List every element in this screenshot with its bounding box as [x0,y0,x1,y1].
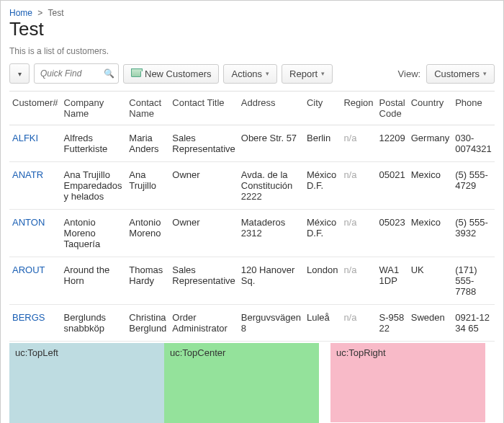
cell-region: n/a [341,162,376,210]
breadcrumb-current: Test [48,8,64,18]
cell-phone: (171) 555-7788 [452,257,495,305]
actions-label: Actions [231,68,262,79]
col-city[interactable]: City [304,92,341,125]
cell-postal: S-958 22 [377,305,408,342]
cell-contact: Ana Trujillo [126,162,169,210]
cell-phone: (5) 555-4729 [452,162,495,210]
cell-city: Berlin [304,125,341,162]
cell-company: Alfreds Futterkiste [61,125,127,162]
col-country[interactable]: Country [408,92,452,125]
cell-country: UK [408,257,452,305]
caret-down-icon: ▾ [18,70,22,78]
cell-address: Berguvsvägen 8 [238,305,304,342]
cell-postal: 12209 [377,125,408,162]
customer-id-link[interactable]: BERGS [12,312,45,323]
view-selector-button[interactable]: Customers ▾ [426,64,495,84]
user-control-panels: uc:TopLeft uc:TopCenter uc:TopRight [9,343,495,423]
cell-contact: Thomas Hardy [126,257,169,305]
cell-phone: 030-0074321 [452,125,495,162]
cell-address: 120 Hanover Sq. [238,257,304,305]
cell-company: Around the Horn [61,257,127,305]
page-title: Test [9,18,495,40]
breadcrumb: Home > Test [9,6,495,18]
cell-title: Sales Representative [169,257,238,305]
cell-city: Luleå [304,305,341,342]
cell-country: Mexico [408,210,452,257]
col-customer-id[interactable]: Customer# [9,92,61,125]
cell-contact: Maria Anders [126,125,169,162]
col-company-name[interactable]: Company Name [61,92,127,125]
cell-company: Berglunds snabbköp [61,305,127,342]
cell-city: London [304,257,341,305]
col-contact-name[interactable]: Contact Name [126,92,169,125]
col-contact-title[interactable]: Contact Title [169,92,238,125]
cell-region: n/a [341,305,376,342]
col-region[interactable]: Region [341,92,376,125]
cell-region: n/a [341,210,376,257]
toolbar: ▾ 🔍 New Customers Actions ▾ Report ▾ Vie… [9,63,495,84]
cell-postal: 05021 [377,162,408,210]
breadcrumb-separator: > [37,8,42,18]
customer-id-link[interactable]: AROUT [12,264,45,275]
cell-customer-id: ANTON [9,210,61,257]
panel-top-right: uc:TopRight [330,343,485,422]
customer-id-link[interactable]: ALFKI [12,133,38,143]
view-selector-value: Customers [434,68,480,79]
filter-dropdown-button[interactable]: ▾ [9,63,30,84]
col-address[interactable]: Address [238,92,304,125]
caret-down-icon: ▾ [266,70,269,77]
cell-postal: WA1 1DP [377,257,408,305]
col-phone[interactable]: Phone [452,92,495,125]
cell-city: México D.F. [304,210,341,257]
cell-title: Sales Representative [169,125,238,162]
cell-title: Owner [169,210,238,257]
panel-top-left: uc:TopLeft [9,343,164,423]
quick-find-wrapper: 🔍 [34,63,119,84]
table-header-row: Customer# Company Name Contact Name Cont… [9,92,495,125]
table-row[interactable]: BERGSBerglunds snabbköpChristina Berglun… [9,305,495,342]
caret-down-icon: ▾ [483,70,487,77]
actions-button[interactable]: Actions ▾ [223,64,277,84]
customers-table: Customer# Company Name Contact Name Cont… [9,91,495,342]
page-description: This is a list of customers. [9,46,495,56]
cell-contact: Christina Berglund [126,305,169,342]
cell-customer-id: AROUT [9,257,61,305]
new-record-icon [131,70,141,77]
breadcrumb-home[interactable]: Home [9,8,32,18]
cell-company: Antonio Moreno Taquería [61,210,127,257]
cell-phone: (5) 555-3932 [452,210,495,257]
table-row[interactable]: AROUTAround the HornThomas HardySales Re… [9,257,495,305]
quick-find-input[interactable] [34,63,119,84]
cell-country: Mexico [408,162,452,210]
cell-region: n/a [341,257,376,305]
customer-id-link[interactable]: ANATR [12,169,43,180]
cell-country: Germany [408,125,452,162]
report-label: Report [289,68,318,79]
cell-customer-id: ANATR [9,162,61,210]
table-row[interactable]: ALFKIAlfreds FutterkisteMaria AndersSale… [9,125,495,162]
customer-id-link[interactable]: ANTON [12,217,45,228]
col-postal-code[interactable]: Postal Code [377,92,408,125]
panel-top-center: uc:TopCenter [164,343,319,423]
cell-region: n/a [341,125,376,162]
cell-address: Mataderos 2312 [238,210,304,257]
cell-country: Sweden [408,305,452,342]
table-row[interactable]: ANTONAntonio Moreno TaqueríaAntonio More… [9,210,495,257]
new-customers-button[interactable]: New Customers [123,64,219,84]
cell-city: México D.F. [304,162,341,210]
table-row[interactable]: ANATRAna Trujillo Emparedados y heladosA… [9,162,495,210]
cell-title: Order Administrator [169,305,238,342]
cell-customer-id: BERGS [9,305,61,342]
caret-down-icon: ▾ [321,70,325,77]
cell-company: Ana Trujillo Emparedados y helados [61,162,127,210]
report-button[interactable]: Report ▾ [282,64,333,84]
cell-postal: 05023 [377,210,408,257]
cell-phone: 0921-12 34 65 [452,305,495,342]
cell-contact: Antonio Moreno [126,210,169,257]
new-customers-label: New Customers [145,68,211,79]
cell-address: Avda. de la Constitución 2222 [238,162,304,210]
cell-customer-id: ALFKI [9,125,61,162]
view-label: View: [398,68,421,79]
cell-address: Obere Str. 57 [238,125,304,162]
cell-title: Owner [169,162,238,210]
